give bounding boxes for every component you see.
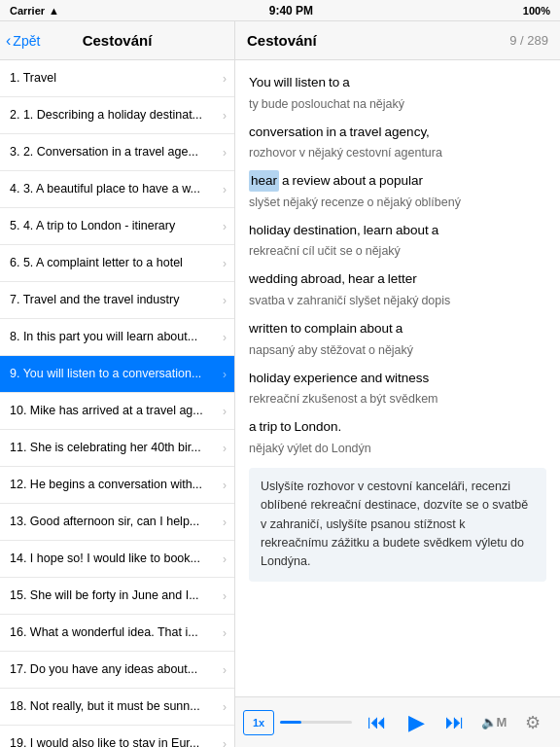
cs-word: o — [368, 193, 374, 212]
back-button[interactable]: ‹ Zpět — [6, 32, 40, 50]
cs-word: v zahraničí — [288, 291, 346, 310]
word: listen — [296, 72, 327, 93]
text-block-3: holidaydestination,learnaboutarekreačníc… — [249, 220, 546, 262]
progress-bar-container[interactable] — [280, 721, 352, 724]
chevron-right-icon: › — [223, 72, 227, 86]
list-item-9[interactable]: 9. You will listen to a conversation...› — [0, 356, 234, 393]
list-item-15[interactable]: 15. She will be forty in June and I...› — [0, 578, 234, 615]
cs-word: výlet — [287, 439, 312, 458]
main-container: ‹ Zpět Cestování 1. Travel›2. 1. Describ… — [0, 21, 560, 747]
list-item-text: 7. Travel and the travel industry — [10, 292, 223, 307]
forward-button[interactable]: ⏭ — [436, 703, 474, 742]
left-panel: ‹ Zpět Cestování 1. Travel›2. 1. Describ… — [0, 21, 235, 747]
status-bar: Carrier ▲ 9:40 PM 100% — [0, 0, 560, 21]
translation-box: Uslyšíte rozhovor v cestovní kanceláři, … — [249, 468, 546, 582]
speed-button[interactable]: 1x — [243, 710, 274, 735]
chevron-right-icon: › — [223, 626, 227, 640]
cs-word: rekreační — [249, 241, 299, 261]
cs-word: napsaný — [249, 340, 295, 360]
word: trip — [260, 416, 278, 438]
chevron-right-icon: › — [223, 516, 227, 529]
chevron-right-icon: › — [223, 663, 227, 677]
cs-word: cíl — [302, 241, 315, 261]
cs-text: nějakývýletdoLondýn — [249, 439, 546, 458]
list-item-14[interactable]: 14. I hope so! I would like to book...› — [0, 541, 234, 578]
cs-text: rozhovorvnějakýcestovníagentura — [249, 143, 546, 162]
list-item-5[interactable]: 5. 4. A trip to London - itinerary› — [0, 208, 234, 245]
cs-word: dopis — [421, 291, 450, 310]
cs-word: do — [315, 439, 329, 458]
cs-word: nějaký — [369, 94, 404, 114]
list-item-4[interactable]: 4. 3. A beautiful place to have a w...› — [0, 171, 234, 208]
word: letter — [388, 268, 417, 290]
cs-word: o — [368, 340, 375, 360]
chevron-right-icon: › — [223, 405, 227, 418]
en-text: holidayexperienceandwitness — [249, 368, 546, 389]
en-text: holidaydestination,learnabouta — [249, 220, 546, 241]
cs-word: oblíbený — [415, 193, 461, 212]
page-indicator: 9 / 289 — [509, 33, 548, 48]
list-item-19[interactable]: 19. I would also like to stay in Eur...› — [0, 726, 234, 747]
right-header: Cestování 9 / 289 — [235, 21, 560, 60]
list-item-1[interactable]: 1. Travel› — [0, 60, 234, 97]
chevron-right-icon: › — [223, 331, 227, 344]
cs-text: tybudeposlouchatnanějaký — [249, 94, 546, 114]
list-item-text: 1. Travel — [10, 70, 223, 86]
list-item-17[interactable]: 17. Do you have any ideas about...› — [0, 652, 234, 689]
list-item-text: 10. Mike has arrived at a travel ag... — [10, 403, 223, 418]
list-item-3[interactable]: 3. 2. Conversation in a travel age...› — [0, 134, 234, 171]
list-item-16[interactable]: 16. What a wonderful idea. That i...› — [0, 615, 234, 652]
cs-word: recenze — [321, 193, 364, 212]
play-button[interactable]: ▶ — [397, 703, 436, 742]
word: a — [342, 72, 350, 93]
cs-text: rekreačnízkušenostabýt svědkem — [249, 389, 546, 409]
word: a — [368, 170, 376, 192]
list-item-18[interactable]: 18. Not really, but it must be sunn...› — [0, 689, 234, 726]
speaker-button[interactable]: 🔈M — [474, 703, 513, 742]
highlighted-word: hear — [249, 170, 279, 192]
cs-word: nějaký — [377, 193, 412, 212]
cs-word: ty — [249, 94, 259, 114]
word: London. — [295, 416, 342, 438]
cs-word: být svědkem — [369, 389, 438, 409]
text-block-2: hearareviewaboutapopularslyšetnějakýrece… — [249, 170, 546, 212]
chevron-right-icon: › — [223, 442, 227, 455]
word: hear — [348, 268, 374, 290]
rewind-button[interactable]: ⏮ — [358, 703, 397, 742]
word: complain — [304, 318, 357, 339]
cs-text: svatbav zahraničíslyšetnějakýdopis — [249, 291, 546, 310]
cs-word: učit se — [318, 241, 353, 261]
word: about — [360, 318, 393, 339]
list-item-2[interactable]: 2. 1. Describing a holiday destinat...› — [0, 97, 234, 134]
cs-word: rozhovor — [249, 143, 297, 162]
settings-button[interactable]: ⚙ — [513, 703, 552, 742]
list-item-8[interactable]: 8. In this part you will learn about...› — [0, 319, 234, 356]
list-item-11[interactable]: 11. She is celebrating her 40th bir...› — [0, 430, 234, 467]
progress-bar — [280, 721, 301, 724]
cs-word: cestovní — [346, 143, 392, 162]
cs-text: slyšetnějakýrecenzeonějakýoblíbený — [249, 193, 546, 212]
cs-word: svatba — [249, 291, 285, 310]
chevron-right-icon: › — [223, 183, 227, 196]
list-item-text: 19. I would also like to stay in Eur... — [10, 735, 223, 747]
battery-label: 100% — [523, 5, 550, 17]
status-right: 100% — [523, 5, 550, 17]
cs-word: nějaký — [308, 143, 343, 162]
left-list: 1. Travel›2. 1. Describing a holiday des… — [0, 60, 234, 747]
list-item-7[interactable]: 7. Travel and the travel industry› — [0, 282, 234, 319]
list-item-12[interactable]: 12. He begins a conversation with...› — [0, 467, 234, 504]
cs-word: stěžovat — [320, 340, 366, 360]
status-left: Carrier ▲ — [10, 5, 59, 17]
chevron-right-icon: › — [223, 368, 227, 381]
word: review — [293, 170, 331, 192]
list-item-text: 16. What a wonderful idea. That i... — [10, 624, 223, 640]
list-item-text: 4. 3. A beautiful place to have a w... — [10, 181, 223, 196]
list-item-text: 18. Not really, but it must be sunn... — [10, 698, 223, 714]
text-block-1: conversationinatravelagency,rozhovorvněj… — [249, 122, 546, 163]
list-item-6[interactable]: 6. 5. A complaint letter to a hotel› — [0, 245, 234, 282]
right-panel: Cestování 9 / 289 Youwilllistentoatybude… — [235, 21, 560, 747]
list-item-13[interactable]: 13. Good afternoon sir, can I help...› — [0, 504, 234, 541]
cs-word: slyšet — [349, 291, 380, 310]
list-item-text: 9. You will listen to a conversation... — [10, 366, 223, 381]
list-item-10[interactable]: 10. Mike has arrived at a travel ag...› — [0, 393, 234, 430]
